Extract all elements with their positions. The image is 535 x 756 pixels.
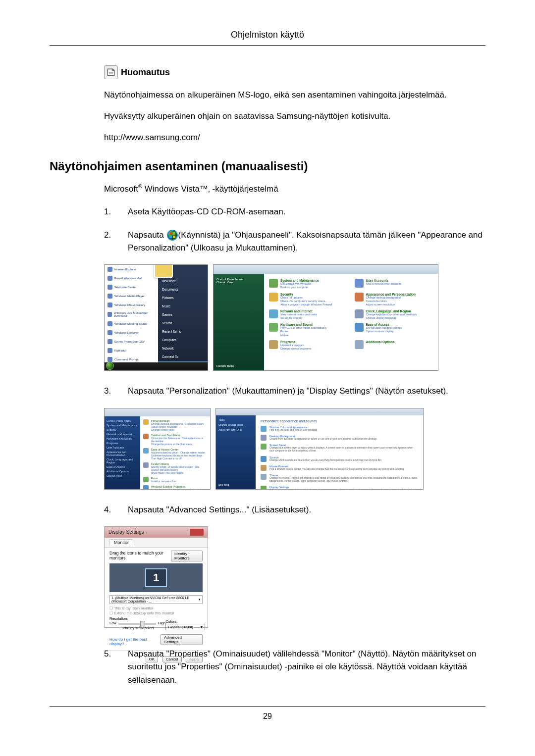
note-url[interactable]: http://www.samsung.com/ xyxy=(104,133,200,142)
start-menu-item[interactable]: Notepad xyxy=(105,346,159,355)
colors-label: Colors: xyxy=(165,619,205,624)
colors-dropdown[interactable]: Highest (32 bit)▾ xyxy=(165,624,205,630)
sidebar-item[interactable]: Security xyxy=(107,428,138,431)
control-panel-item[interactable]: Ease of AccessLet Windows suggest settin… xyxy=(355,323,433,337)
os-subtitle: Microsoft® Windows Vista™‚ -käyttöjärjes… xyxy=(104,183,485,194)
start-menu-item[interactable]: Windows Photo Gallery xyxy=(105,301,159,309)
sidebar-item[interactable]: Adjust font size (DPI) xyxy=(218,428,253,431)
personalization-item[interactable]: SoundsChange which sounds are heard when… xyxy=(261,456,418,462)
appearance-item[interactable]: Folder OptionsSpecify single- or double-… xyxy=(143,462,207,474)
note-icon xyxy=(104,65,118,79)
start-menu-item[interactable]: Recent Items xyxy=(158,327,208,336)
sidebar-item[interactable]: Tasks xyxy=(218,418,253,421)
sidebar-item[interactable]: Network and Internet xyxy=(107,433,138,436)
start-menu-item[interactable]: Search xyxy=(158,319,208,327)
start-menu-item[interactable]: Windows Live Messenger Download xyxy=(105,309,159,319)
windows-start-icon xyxy=(166,229,178,241)
sidebar-item[interactable]: Appearance and Personalization xyxy=(107,451,138,456)
screenshot-display-settings: Display Settings Monitor Drag the icons … xyxy=(104,526,208,628)
note-line-2: Hyväksytty alkuperäinen ohjain on saatav… xyxy=(104,109,485,123)
drag-hint: Drag the icons to match your monitors. xyxy=(109,551,171,561)
identify-monitors-button[interactable]: Identify Monitors xyxy=(171,551,203,561)
start-menu-item[interactable]: E-mail Windows Mail xyxy=(105,274,159,283)
page-number: 29 xyxy=(50,706,485,721)
start-menu-item[interactable]: Games xyxy=(158,310,208,319)
control-panel-item[interactable]: Appearance and PersonalizationChange des… xyxy=(355,293,433,306)
start-menu-item[interactable]: Internet Explorer xyxy=(105,265,159,274)
sidebar-item[interactable]: Change desktop icons xyxy=(218,423,253,426)
note-box: Huomautus Näytönohjaimessa on alkuperäin… xyxy=(104,65,485,145)
personalization-item[interactable]: Mouse PointersPick a different mouse poi… xyxy=(261,465,418,471)
chevron-down-icon: ▾ xyxy=(199,598,201,602)
personalization-item[interactable]: Window Color and AppearanceFine tune the… xyxy=(261,426,418,432)
tab-monitor[interactable]: Monitor xyxy=(109,539,133,546)
page-header-title: Ohjelmiston käyttö xyxy=(50,30,485,46)
appearance-item[interactable]: Windows Sidebar PropertiesAdd gadgets to… xyxy=(143,485,207,490)
start-menu-item[interactable]: Connect To xyxy=(158,353,208,361)
screenshot-appearance-panel: Control Panel HomeSystem and Maintenance… xyxy=(104,408,211,490)
start-menu-item[interactable]: view user xyxy=(158,277,208,285)
control-panel-item[interactable]: Network and InternetView network status … xyxy=(269,309,348,320)
start-menu-item[interactable]: Windows Meeting Space xyxy=(105,319,159,328)
sidebar-item[interactable]: Clock, Language, and Region xyxy=(107,458,138,464)
control-panel-item[interactable]: SecurityCheck for updatesCheck this comp… xyxy=(269,293,348,306)
resolution-value: 1280 by 1024 pixels xyxy=(109,626,165,630)
control-panel-item[interactable]: Additional Options xyxy=(355,340,433,351)
monitor-icon-1[interactable]: 1 xyxy=(145,568,167,587)
appearance-item[interactable]: FontsInstall or remove a font xyxy=(143,477,207,483)
main-monitor-checkbox[interactable]: ☐ This is my main monitor xyxy=(109,606,203,610)
start-menu-item[interactable]: Computer xyxy=(158,336,208,344)
advanced-settings-button[interactable]: Advanced Settings... xyxy=(160,634,203,645)
personalization-item[interactable]: ThemeChange the theme. Themes can change… xyxy=(261,474,418,483)
monitor-dropdown[interactable]: 1. (Multiple Monitors) on NVIDIA GeForce… xyxy=(109,595,203,604)
screenshot-start-menu: Internet ExplorerE-mail Windows MailWelc… xyxy=(104,264,208,371)
close-icon[interactable] xyxy=(190,529,204,536)
step-3: 3. Napsauta "Personalization" (Mukauttam… xyxy=(104,385,485,398)
section-heading: Näytönohjaimen asentaminen (manuaalisest… xyxy=(50,159,485,173)
personalization-item[interactable]: Display SettingsAdjust your monitor reso… xyxy=(261,486,418,489)
start-menu-item[interactable]: Windows Media Player xyxy=(105,292,159,301)
step-1: 1. Aseta Käyttöopas-CD CD-ROM-asemaan. xyxy=(104,205,485,218)
sidebar-item[interactable]: Hardware and Sound xyxy=(107,437,138,440)
note-line-1: Näytönohjaimessa on alkuperäinen MS-logo… xyxy=(104,88,485,101)
start-menu-item[interactable]: Network xyxy=(158,344,208,353)
chevron-down-icon: ▾ xyxy=(201,625,203,629)
control-panel-item[interactable]: System and MaintenanceGet started with W… xyxy=(269,279,348,289)
screenshot-personalization: TasksChange desktop iconsAdjust font siz… xyxy=(215,408,424,490)
screenshot-control-panel: Control Panel Home Classic View Recent T… xyxy=(213,264,438,371)
personalization-item[interactable]: Screen SaverChange your screen saver or … xyxy=(261,444,418,453)
svg-point-1 xyxy=(168,231,177,240)
step-2: 2. Napsauta (Käynnistä) ja "Ohjauspaneel… xyxy=(104,229,485,255)
step-4: 4. Napsauta "Advanced Settings..." (Lisä… xyxy=(104,504,485,516)
start-menu-item[interactable]: Music xyxy=(158,302,208,310)
appearance-item[interactable]: PersonalizationChange desktop background… xyxy=(143,419,207,431)
sidebar-item[interactable]: Programs xyxy=(107,442,138,445)
appearance-item[interactable]: Taskbar and Start MenuCustomize the Star… xyxy=(143,434,207,446)
control-panel-item[interactable]: ProgramsUninstall a programChange startu… xyxy=(269,340,348,351)
start-menu-item[interactable]: Pictures xyxy=(158,294,208,302)
step-5: 5. Napsauta "Properties" (Ominaisuudet) … xyxy=(104,648,485,687)
resolution-slider[interactable] xyxy=(118,623,156,625)
appearance-item[interactable]: Ease of Access CenterAccommodate low vis… xyxy=(143,448,207,460)
personalization-item[interactable]: Desktop BackgroundChoose from available … xyxy=(261,435,418,441)
sidebar-item[interactable]: Control Panel Home xyxy=(107,419,138,422)
sidebar-item[interactable]: Additional Options xyxy=(107,470,138,473)
control-panel-item[interactable]: Clock, Language, and RegionChange keyboa… xyxy=(355,309,433,320)
start-menu-item[interactable]: Extras PromoStar CSV xyxy=(105,337,159,346)
note-title: Huomautus xyxy=(121,67,170,78)
extend-desktop-checkbox[interactable]: ☐ Extend the desktop onto this monitor xyxy=(109,611,203,615)
dialog-title: Display Settings xyxy=(108,529,144,535)
resolution-label: Resolution: xyxy=(109,616,165,621)
sidebar-item[interactable]: Classic View xyxy=(107,474,138,477)
start-menu-item[interactable]: Documents xyxy=(158,285,208,294)
control-panel-item[interactable]: User AccountsAdd or remove user accounts xyxy=(355,279,433,289)
start-menu-item[interactable]: Welcome Center xyxy=(105,283,159,292)
start-menu-item[interactable]: Windows Explorer xyxy=(105,328,159,337)
help-link[interactable]: How do I get the best display? xyxy=(109,637,160,646)
sidebar-item[interactable]: User Accounts xyxy=(107,446,138,449)
control-panel-item[interactable]: Hardware and SoundPlay CDs or other medi… xyxy=(269,323,348,337)
sidebar-item[interactable]: System and Maintenance xyxy=(107,424,138,427)
sidebar-item[interactable]: Ease of Access xyxy=(107,465,138,468)
